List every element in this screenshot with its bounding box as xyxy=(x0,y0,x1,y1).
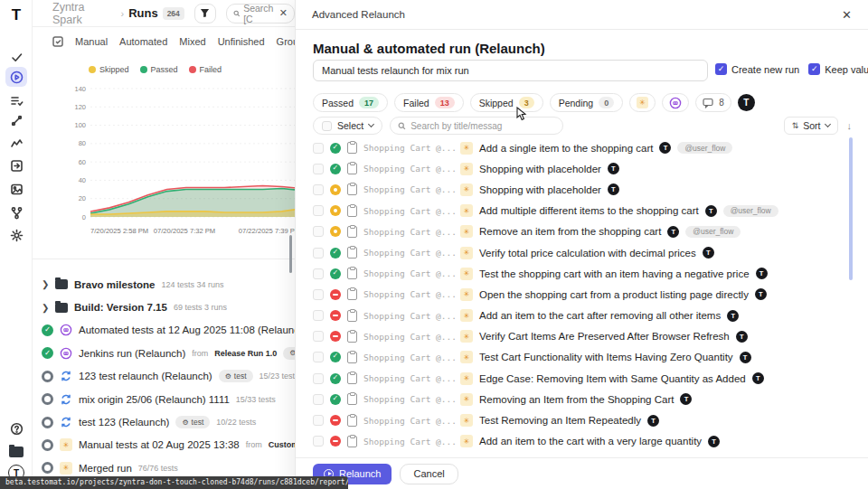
test-title[interactable]: Verify total price calculation with deci… xyxy=(479,248,696,259)
test-row[interactable]: Shopping Cart @...✳Test Cart Functionali… xyxy=(313,347,846,368)
run-row[interactable]: 123 test relaunch (Relaunch)test15/23 te… xyxy=(42,365,313,388)
row-checkbox[interactable] xyxy=(313,436,324,447)
sidebar-folder-icon[interactable] xyxy=(5,442,27,462)
run-row[interactable]: Jenkins run (Relaunch)fromRelease Run 1.… xyxy=(42,342,313,364)
global-search-input[interactable]: Search [C ✕ xyxy=(226,4,296,24)
test-row[interactable]: Shopping Cart @...✳Removing an Item from… xyxy=(313,389,846,409)
main-scrollbar[interactable] xyxy=(289,235,292,273)
test-row[interactable]: Shopping Cart @...✳Edge Case: Removing I… xyxy=(313,368,846,389)
sidebar-list-check-icon[interactable] xyxy=(5,90,27,110)
test-row[interactable]: Shopping Cart @...✳Shopping with placeho… xyxy=(313,158,846,179)
test-title[interactable]: Add an item to the cart after removing a… xyxy=(479,310,721,321)
row-checkbox[interactable] xyxy=(313,205,324,216)
filter-button[interactable] xyxy=(194,4,216,24)
filter-chip-manual-spark-icon[interactable]: ✳ xyxy=(629,93,656,112)
test-title[interactable]: Add an item to the cart with a very larg… xyxy=(479,436,702,447)
test-row[interactable]: Shopping Cart @...✳Open the shopping car… xyxy=(313,284,846,305)
filter-chip-passed[interactable]: Passed17 xyxy=(313,93,388,112)
filter-chip-pending[interactable]: Pending0 xyxy=(550,93,624,112)
sort-button[interactable]: ⇅ Sort xyxy=(784,117,838,135)
app-logo[interactable]: T xyxy=(7,6,25,24)
tab-unfinished[interactable]: Unfinished xyxy=(218,36,265,47)
test-title[interactable]: Remove an item from the shopping cart xyxy=(479,226,661,237)
modal-scrollbar[interactable] xyxy=(849,137,853,280)
sidebar-runs-play-icon[interactable] xyxy=(5,67,27,87)
test-title[interactable]: Open the shopping cart from a product li… xyxy=(479,289,749,300)
select-checkbox[interactable] xyxy=(322,121,332,131)
row-checkbox[interactable] xyxy=(313,373,324,384)
test-title[interactable]: Removing an Item from the Shopping Cart xyxy=(479,394,674,405)
download-arrow-icon[interactable]: ↓ xyxy=(847,120,853,131)
legend-passed[interactable]: Passed xyxy=(140,65,178,74)
breadcrumb-section[interactable]: Runs xyxy=(128,6,158,20)
checkbox-checked-icon[interactable]: ✓ xyxy=(715,63,727,75)
test-row[interactable]: Shopping Cart @...✳Test Removing an Item… xyxy=(313,409,846,430)
row-checkbox[interactable] xyxy=(313,184,324,195)
row-checkbox[interactable] xyxy=(313,268,324,279)
test-title[interactable]: Verify Cart Items Are Preserved After Br… xyxy=(479,331,730,342)
run-title-input[interactable] xyxy=(313,60,708,81)
row-checkbox[interactable] xyxy=(313,143,324,154)
search-clear-icon[interactable]: ✕ xyxy=(279,7,288,19)
close-icon[interactable]: ✕ xyxy=(842,8,852,22)
row-checkbox[interactable] xyxy=(313,331,324,342)
test-title[interactable]: Test the shopping cart with an item havi… xyxy=(479,268,750,279)
row-checkbox[interactable] xyxy=(313,226,324,237)
test-title[interactable]: Shopping with placeholder xyxy=(479,164,601,174)
checkbox-keep-values[interactable]: ✓Keep values? xyxy=(808,63,868,75)
filter-chip-comments-icon[interactable]: 8 xyxy=(695,93,731,112)
row-checkbox[interactable] xyxy=(313,289,324,300)
row-checkbox[interactable] xyxy=(313,394,324,405)
test-title[interactable]: Test Cart Functionality with Items Havin… xyxy=(479,352,733,362)
breadcrumb-project[interactable]: Zyntra Spark xyxy=(52,1,116,26)
filter-chip-automated-robot-icon[interactable] xyxy=(662,93,689,112)
select-dropdown[interactable]: Select xyxy=(313,117,382,135)
test-row[interactable]: Shopping Cart @...✳Test the shopping car… xyxy=(313,263,846,284)
edit-select-icon[interactable] xyxy=(52,36,63,47)
folder-row[interactable]: ❯Bravo milestone124 tests 34 runs xyxy=(42,273,313,296)
tab-mixed[interactable]: Mixed xyxy=(179,36,205,47)
chevron-right-icon[interactable]: ❯ xyxy=(42,279,49,289)
folder-row[interactable]: ❯Build: Version 7.1569 tests 3 runs xyxy=(42,296,313,318)
tab-automated[interactable]: Automated xyxy=(119,36,167,47)
run-row[interactable]: ✳Manual tests at 02 Aug 2025 13:38fromCu… xyxy=(42,434,313,456)
test-title[interactable]: Edge Case: Removing Item with Same Quant… xyxy=(479,373,746,384)
test-row[interactable]: Shopping Cart @...✳Shopping with placeho… xyxy=(313,179,846,200)
test-row[interactable]: Shopping Cart @...✳Add a single item to … xyxy=(313,137,846,158)
tests-search-input[interactable]: Search by title/messag xyxy=(390,117,563,135)
row-checkbox[interactable] xyxy=(313,415,324,426)
sidebar-settings-gear-icon[interactable] xyxy=(5,225,27,245)
test-row[interactable]: Shopping Cart @...✳Add multiple differen… xyxy=(313,201,846,221)
test-row[interactable]: Shopping Cart @...✳Verify Cart Items Are… xyxy=(313,326,846,347)
test-title[interactable]: Add a single item to the shopping cart xyxy=(479,143,653,154)
checkbox-checked-icon[interactable]: ✓ xyxy=(808,63,820,75)
chevron-right-icon[interactable]: ❯ xyxy=(42,303,49,313)
sidebar-pulse-icon[interactable] xyxy=(5,110,27,130)
legend-skipped[interactable]: Skipped xyxy=(89,65,129,74)
test-title[interactable]: Add multiple different items to the shop… xyxy=(479,205,699,216)
sidebar-check-icon[interactable] xyxy=(5,47,27,67)
test-row[interactable]: Shopping Cart @...✳Verify total price ca… xyxy=(313,242,846,263)
run-row[interactable]: Automated tests at 12 Aug 2025 11:08 (Re… xyxy=(42,319,313,342)
assignee-avatar[interactable]: T xyxy=(738,94,755,111)
test-row[interactable]: Shopping Cart @...✳Add an item to the ca… xyxy=(313,306,846,326)
sidebar-report-image-icon[interactable] xyxy=(5,179,27,199)
row-checkbox[interactable] xyxy=(313,164,324,174)
legend-failed[interactable]: Failed xyxy=(189,65,222,74)
row-checkbox[interactable] xyxy=(313,352,324,362)
run-row[interactable]: mix origin 25/06 (Relaunch) 111115/33 te… xyxy=(42,388,313,410)
test-title[interactable]: Test Removing an Item Repeatedly xyxy=(479,415,641,426)
sidebar-branch-icon[interactable] xyxy=(5,202,27,222)
cancel-button[interactable]: Cancel xyxy=(400,464,458,484)
row-checkbox[interactable] xyxy=(313,310,324,321)
test-row[interactable]: Shopping Cart @...✳Add an item to the ca… xyxy=(313,431,846,452)
sidebar-import-icon[interactable] xyxy=(5,155,27,175)
filter-chip-failed[interactable]: Failed13 xyxy=(394,93,464,112)
tab-manual[interactable]: Manual xyxy=(75,36,108,47)
test-title[interactable]: Shopping with placeholder xyxy=(479,184,601,195)
checkbox-create-new-run[interactable]: ✓Create new run xyxy=(715,63,799,75)
sidebar-analytics-icon[interactable] xyxy=(5,133,27,153)
sidebar-help-icon[interactable] xyxy=(5,418,27,438)
row-checkbox[interactable] xyxy=(313,248,324,259)
filter-chip-skipped[interactable]: Skipped3 xyxy=(470,93,543,112)
